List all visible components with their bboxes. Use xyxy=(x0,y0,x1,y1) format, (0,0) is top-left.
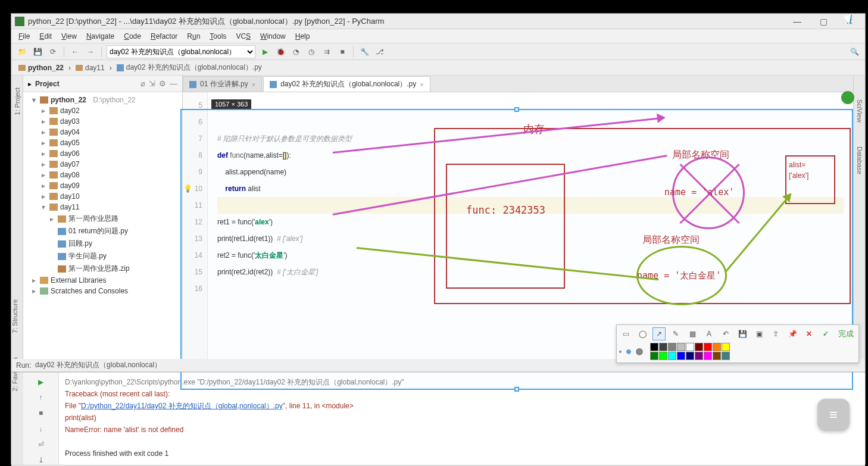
run-config-select[interactable]: day02 补充的知识点（global,nonlocal） xyxy=(107,45,255,58)
color-swatch[interactable] xyxy=(704,352,712,360)
scroll-end-icon[interactable]: ⤓ xyxy=(35,455,48,465)
menu-run[interactable]: Run xyxy=(183,31,204,42)
arrow-tool-icon[interactable]: ↗ xyxy=(652,327,666,340)
rail-database[interactable]: Database xyxy=(856,146,863,174)
back-icon[interactable]: ← xyxy=(69,46,81,58)
rail-structure[interactable]: 7: Structure xyxy=(11,299,18,333)
undo-icon[interactable]: ↶ xyxy=(719,327,732,340)
soft-wrap-icon[interactable]: ⏎ xyxy=(35,440,48,449)
stop-run-icon[interactable]: ■ xyxy=(35,408,48,418)
color-swatch[interactable] xyxy=(695,352,703,360)
concurrent-icon[interactable]: ⇉ xyxy=(321,46,333,58)
color-swatch[interactable] xyxy=(713,352,721,360)
traceback-link[interactable]: D:/python_22/day11/day02 补充的知识点（global,n… xyxy=(81,402,283,410)
tree-file[interactable]: 第一周作业思路.zip xyxy=(23,262,182,275)
maximize-button[interactable]: ▢ xyxy=(814,17,833,26)
editor-tab[interactable]: 01 作业讲解.py× xyxy=(183,76,262,92)
pin-icon[interactable]: 📌 xyxy=(786,327,799,340)
pen-tool-icon[interactable]: ✎ xyxy=(669,327,682,340)
color-swatch[interactable] xyxy=(668,343,676,351)
target-icon[interactable]: ⌀ xyxy=(140,79,145,88)
close-button[interactable]: ✕ xyxy=(840,17,859,26)
color-swatch[interactable] xyxy=(704,343,712,351)
project-tree[interactable]: ▾python_22 D:\python_22 ▸day02 ▸day03 ▸d… xyxy=(23,92,182,372)
color-swatch[interactable] xyxy=(677,343,685,351)
settings-icon[interactable]: 🔧 xyxy=(358,46,370,58)
tree-folder[interactable]: ▸day06 xyxy=(23,148,182,159)
menu-file[interactable]: File xyxy=(15,31,33,42)
tree-folder[interactable]: ▸day05 xyxy=(23,137,182,148)
tree-folder[interactable]: ▸day10 xyxy=(23,191,182,202)
menu-code[interactable]: Code xyxy=(120,31,145,42)
save-icon[interactable]: 💾 xyxy=(736,327,749,340)
color-swatch[interactable] xyxy=(659,343,667,351)
color-palette[interactable] xyxy=(650,343,730,360)
tree-folder[interactable]: ▾day11 xyxy=(23,202,182,212)
coverage-icon[interactable]: ◔ xyxy=(290,46,302,58)
tree-folder[interactable]: ▸day02 xyxy=(23,105,182,116)
gear-icon[interactable]: ⚙ xyxy=(159,79,166,88)
tree-ext-libs[interactable]: ▸External Libraries xyxy=(23,275,182,286)
tree-folder[interactable]: ▸day07 xyxy=(23,159,182,170)
console-output[interactable]: D:\yanlong\python_22\Scripts\python.exe … xyxy=(59,373,865,465)
tree-scratches[interactable]: ▸Scratches and Consoles xyxy=(23,286,182,296)
menu-edit[interactable]: Edit xyxy=(36,31,55,42)
menu-refactor[interactable]: Refactor xyxy=(147,31,181,42)
menu-help[interactable]: Help xyxy=(292,31,314,42)
tree-file[interactable]: 学生问题.py xyxy=(23,250,182,262)
confirm-icon[interactable]: ✓ xyxy=(819,327,832,340)
sync-icon[interactable]: ⟳ xyxy=(47,46,59,58)
rail-sciview[interactable]: SciView xyxy=(856,99,863,123)
color-swatch[interactable] xyxy=(722,343,730,351)
color-swatch[interactable] xyxy=(650,343,658,351)
panel-dropdown-icon[interactable]: ▸ xyxy=(28,80,32,88)
minimize-panel-icon[interactable]: — xyxy=(170,79,177,88)
color-swatch[interactable] xyxy=(695,343,703,351)
color-swatch[interactable] xyxy=(722,352,730,360)
ellipse-tool-icon[interactable]: ◯ xyxy=(636,327,649,340)
open-icon[interactable]: 📁 xyxy=(16,46,28,58)
tree-folder[interactable]: ▸day08 xyxy=(23,170,182,180)
stop-icon[interactable]: ■ xyxy=(336,46,348,58)
rect-tool-icon[interactable]: ▭ xyxy=(619,327,632,340)
floating-list-button[interactable]: ≡ xyxy=(817,399,850,431)
vcs-icon[interactable]: ⎇ xyxy=(374,46,386,58)
profile-icon[interactable]: ◷ xyxy=(305,46,317,58)
tree-file[interactable]: 回顾.py xyxy=(23,237,182,250)
bulb-icon[interactable]: 💡 xyxy=(183,184,192,193)
menu-view[interactable]: View xyxy=(58,31,80,42)
copy-icon[interactable]: ▣ xyxy=(753,327,766,340)
forward-icon[interactable]: → xyxy=(85,46,96,58)
mosaic-tool-icon[interactable]: ▦ xyxy=(686,327,699,340)
close-tab-icon[interactable]: × xyxy=(420,81,423,88)
color-swatch[interactable] xyxy=(659,352,667,360)
debug-icon[interactable]: 🐞 xyxy=(274,46,286,58)
color-swatch[interactable] xyxy=(677,352,685,360)
crumb-file[interactable]: day02 补充的知识点（global,nonlocal）.py xyxy=(114,61,264,74)
share-icon[interactable]: ⇪ xyxy=(769,327,782,340)
crumb-project[interactable]: python_22 xyxy=(16,62,66,73)
run-icon[interactable]: ▶ xyxy=(259,46,271,58)
color-swatch[interactable] xyxy=(686,352,694,360)
menu-vcs[interactable]: VCS xyxy=(232,31,254,42)
tree-folder[interactable]: ▸day03 xyxy=(23,116,182,127)
search-everywhere-icon[interactable]: 🔍 xyxy=(848,46,860,58)
color-swatch[interactable] xyxy=(668,352,676,360)
save-icon[interactable]: 💾 xyxy=(32,46,43,58)
color-swatch[interactable] xyxy=(713,343,721,351)
up-stack-icon[interactable]: ↑ xyxy=(35,393,48,402)
close-tab-icon[interactable]: × xyxy=(252,81,255,88)
down-stack-icon[interactable]: ↓ xyxy=(35,424,48,434)
minimize-button[interactable]: — xyxy=(788,17,807,26)
text-tool-icon[interactable]: A xyxy=(702,327,716,340)
cancel-icon[interactable]: ✕ xyxy=(803,327,816,340)
tree-folder[interactable]: ▸day04 xyxy=(23,127,182,137)
tree-folder[interactable]: ▸第一周作业思路 xyxy=(23,212,182,225)
rerun-icon[interactable]: ▶ xyxy=(35,377,48,387)
done-button[interactable]: 完成 xyxy=(836,329,856,339)
color-swatch[interactable] xyxy=(650,352,658,360)
tree-folder[interactable]: ▸day09 xyxy=(23,180,182,191)
menu-window[interactable]: Window xyxy=(257,31,289,42)
menu-navigate[interactable]: Navigate xyxy=(83,31,118,42)
rail-project[interactable]: 1: Project xyxy=(14,87,21,115)
